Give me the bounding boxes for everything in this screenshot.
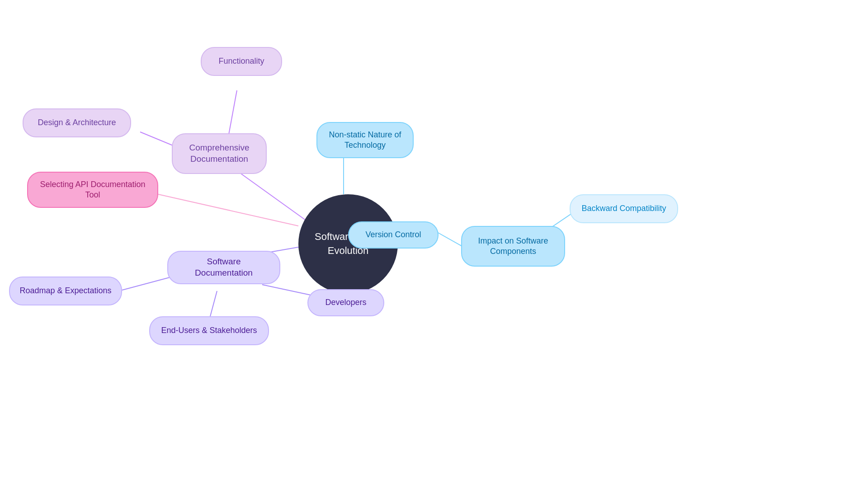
svg-line-0 — [235, 169, 307, 221]
node-backward-compatibility[interactable]: Backward Compatibility — [570, 194, 678, 223]
svg-line-6 — [210, 291, 217, 316]
svg-line-3 — [158, 194, 298, 226]
node-developers[interactable]: Developers — [307, 289, 384, 316]
node-selecting-api-tool[interactable]: Selecting API Documentation Tool — [27, 172, 158, 208]
node-non-static-nature[interactable]: Non-static Nature of Technology — [316, 122, 414, 158]
node-comprehensive-documentation[interactable]: Comprehensive Documentation — [172, 133, 267, 174]
node-end-users-stakeholders[interactable]: End-Users & Stakeholders — [149, 316, 269, 345]
node-design-architecture[interactable]: Design & Architecture — [23, 108, 131, 137]
node-impact-software-components[interactable]: Impact on Software Components — [461, 226, 565, 267]
node-version-control[interactable]: Version Control — [348, 221, 439, 249]
node-software-documentation[interactable]: Software Documentation — [167, 251, 280, 284]
svg-line-5 — [122, 276, 176, 290]
node-roadmap-expectations[interactable]: Roadmap & Expectations — [9, 277, 122, 305]
node-functionality[interactable]: Functionality — [201, 47, 282, 76]
